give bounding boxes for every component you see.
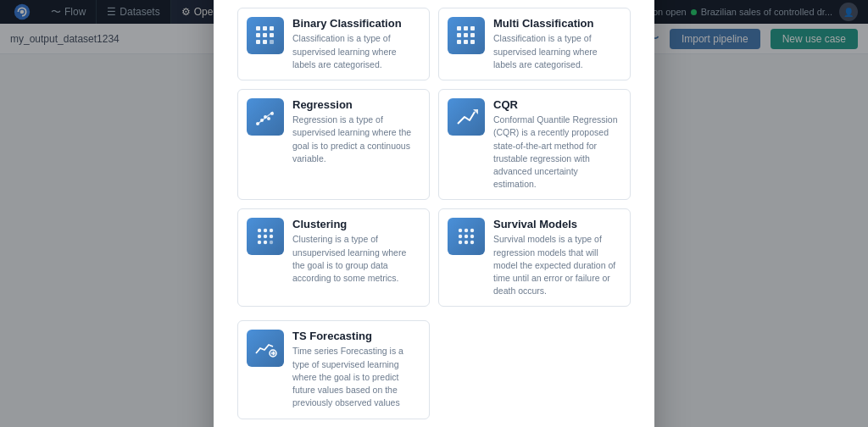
task-grid-top: Binary Classification Classification is … (237, 8, 631, 307)
cqr-desc: Conformal Quantile Regression (CQR) is a… (493, 114, 621, 191)
ts-forecasting-icon-box (247, 330, 284, 367)
svg-point-34 (264, 241, 267, 244)
svg-point-42 (459, 241, 462, 244)
svg-rect-17 (457, 40, 461, 44)
svg-point-39 (459, 235, 462, 238)
regression-name: Regression (292, 98, 420, 111)
cqr-icon-box (448, 98, 485, 136)
svg-rect-7 (270, 33, 274, 37)
svg-rect-16 (470, 33, 475, 37)
svg-rect-5 (256, 33, 260, 37)
clustering-name: Clustering (292, 218, 420, 230)
svg-rect-2 (256, 26, 260, 30)
modal-overlay: Choose ML task × (0, 0, 868, 427)
clustering-desc: Clustering is a type of unsupervised lea… (292, 233, 420, 285)
svg-rect-11 (457, 26, 461, 30)
regression-icon-box (247, 98, 284, 136)
task-card-clustering[interactable]: Clustering Clustering is a type of unsup… (237, 208, 430, 307)
svg-point-33 (258, 241, 261, 244)
ts-forecasting-desc: Time series Forecasting is a type of sup… (292, 345, 420, 409)
regression-info: Regression Regression is a type of super… (292, 98, 420, 165)
regression-desc: Regression is a type of supervised learn… (292, 114, 420, 165)
binary-classification-info: Binary Classification Classification is … (292, 17, 420, 71)
svg-point-38 (470, 229, 474, 232)
task-grid-bottom: TS Forecasting Time series Forecasting i… (237, 320, 631, 419)
svg-point-29 (270, 229, 273, 232)
survival-models-icon-box (448, 218, 485, 255)
task-card-cqr[interactable]: CQR Conformal Quantile Regression (CQR) … (438, 89, 631, 200)
survival-models-desc: Survival models is a type of regression … (493, 233, 621, 297)
multi-classification-desc: Classification is a type of supervised l… (493, 32, 621, 71)
binary-classification-icon-box (247, 17, 284, 54)
svg-point-35 (270, 241, 273, 244)
svg-rect-15 (464, 33, 468, 37)
svg-rect-4 (270, 26, 274, 30)
ts-forecasting-info: TS Forecasting Time series Forecasting i… (292, 330, 420, 409)
svg-point-40 (465, 235, 468, 238)
task-card-regression[interactable]: Regression Regression is a type of super… (237, 89, 430, 200)
task-card-binary-classification[interactable]: Binary Classification Classification is … (237, 8, 430, 80)
survival-models-name: Survival Models (493, 218, 621, 230)
cqr-info: CQR Conformal Quantile Regression (CQR) … (493, 98, 621, 191)
svg-rect-12 (464, 26, 468, 30)
svg-point-36 (459, 229, 462, 232)
multi-classification-info: Multi Classification Classification is a… (493, 17, 621, 71)
task-card-ts-forecasting[interactable]: TS Forecasting Time series Forecasting i… (237, 320, 430, 419)
task-card-multi-classification[interactable]: Multi Classification Classification is a… (438, 8, 631, 80)
ts-forecasting-name: TS Forecasting (292, 330, 420, 342)
svg-point-27 (258, 229, 261, 232)
svg-rect-3 (263, 26, 267, 30)
svg-rect-19 (470, 40, 475, 44)
svg-point-30 (258, 235, 261, 238)
svg-point-37 (465, 229, 468, 232)
binary-classification-desc: Classification is a type of supervised l… (292, 32, 420, 71)
multi-classification-name: Multi Classification (493, 17, 621, 30)
clustering-icon-box (247, 218, 284, 255)
svg-rect-18 (464, 40, 468, 44)
svg-point-43 (465, 241, 468, 244)
clustering-info: Clustering Clustering is a type of unsup… (292, 218, 420, 285)
svg-point-41 (470, 235, 474, 238)
multi-classification-icon-box (448, 17, 485, 54)
svg-rect-13 (470, 26, 475, 30)
choose-ml-task-modal: Choose ML task × (214, 0, 654, 427)
survival-models-info: Survival Models Survival models is a typ… (493, 218, 621, 297)
svg-rect-14 (457, 33, 461, 37)
task-card-survival-models[interactable]: Survival Models Survival models is a typ… (438, 208, 631, 307)
binary-classification-name: Binary Classification (292, 17, 420, 30)
svg-line-25 (257, 112, 273, 125)
svg-rect-6 (263, 33, 267, 37)
svg-point-31 (264, 235, 267, 238)
cqr-name: CQR (493, 98, 621, 111)
svg-rect-9 (263, 40, 267, 44)
svg-rect-8 (256, 40, 260, 44)
svg-point-23 (267, 117, 270, 120)
svg-point-28 (264, 229, 267, 232)
svg-point-44 (470, 241, 474, 244)
svg-point-32 (270, 235, 273, 238)
svg-rect-10 (270, 40, 274, 44)
